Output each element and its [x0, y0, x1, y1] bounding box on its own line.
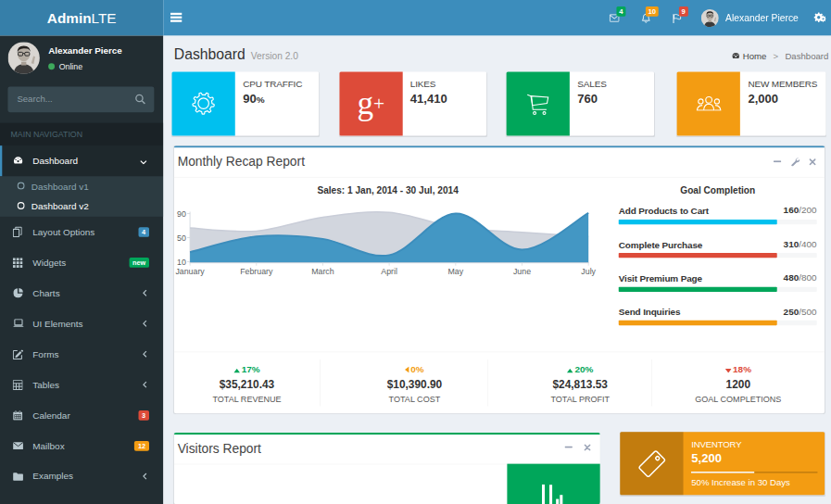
svg-text:January: January: [175, 267, 205, 276]
svg-text:February: February: [240, 267, 273, 276]
svg-text:April: April: [381, 267, 397, 276]
svg-text:May: May: [448, 267, 464, 276]
svg-text:June: June: [513, 267, 531, 276]
svg-text:50: 50: [177, 233, 186, 243]
svg-text:90: 90: [177, 209, 186, 219]
svg-text:July: July: [581, 267, 596, 276]
svg-text:March: March: [311, 267, 334, 276]
svg-text:10: 10: [177, 258, 186, 267]
